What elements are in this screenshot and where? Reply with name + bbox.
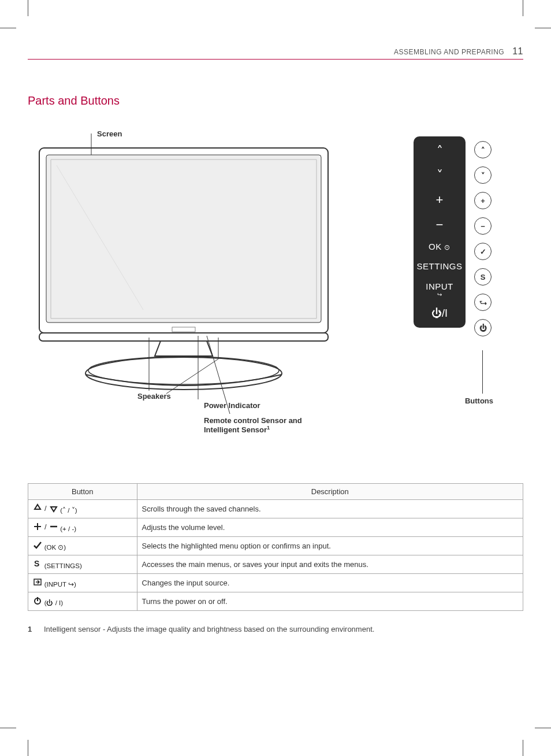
settings-icon: S — [33, 559, 42, 568]
button-settings[interactable]: S — [474, 268, 492, 286]
panel-settings-label: SETTINGS — [416, 262, 462, 272]
table-row: / (+ / -) Adjusts the volume level. — [28, 518, 523, 537]
svg-rect-3 — [172, 327, 195, 332]
page-header: ASSEMBLING AND PREPARING 11 — [28, 46, 523, 60]
panel-minus-icon: − — [436, 218, 444, 232]
tv-side-panel: ˄ ˅ + − OK ⊙ SETTINGS INPUT ↪ ⏻/I — [414, 136, 466, 328]
panel-down-icon: ˅ — [437, 169, 443, 183]
desc-cell: Scrolls through the saved channels. — [137, 500, 523, 518]
physical-buttons-column: ˄ ˅ + − ✓ S ⮑ ⏻ — [474, 141, 492, 336]
updown-icon: / — [33, 503, 58, 513]
buttons-table: Button Description / (˄ / ˅) Scrolls thr… — [28, 483, 523, 611]
svg-line-10 — [166, 359, 218, 394]
table-row: / (˄ / ˅) Scrolls through the saved chan… — [28, 500, 523, 518]
desc-cell: Selects the highlighted menu option or c… — [137, 537, 523, 555]
button-up[interactable]: ˄ — [474, 141, 492, 158]
input-icon — [33, 577, 42, 587]
table-row: S (SETTINGS) Accesses the main menus, or… — [28, 555, 523, 574]
panel-ok-label: OK ⊙ — [429, 242, 451, 252]
desc-cell: Accesses the main menus, or saves your i… — [137, 555, 523, 574]
button-minus[interactable]: − — [474, 217, 492, 235]
button-ok[interactable]: ✓ — [474, 243, 492, 260]
plusminus-icon: / — [33, 522, 58, 531]
desc-cell: Changes the input source. — [137, 574, 523, 592]
button-plus[interactable]: + — [474, 192, 492, 209]
table-row: (⏻ / I) Turns the power on or off. — [28, 592, 523, 611]
svg-text:S: S — [34, 559, 39, 568]
footnote: 1 Intelligent sensor - Adjusts the image… — [28, 625, 523, 633]
label-speakers: Speakers — [137, 392, 171, 401]
table-row: (OK ⊙) Selects the highlighted menu opti… — [28, 537, 523, 555]
section-title: Parts and Buttons — [28, 94, 523, 108]
ok-icon — [33, 540, 42, 550]
desc-cell: Turns the power on or off. — [137, 592, 523, 611]
button-power[interactable]: ⏻ — [474, 319, 492, 336]
label-screen: Screen — [97, 129, 122, 138]
svg-rect-4 — [39, 333, 328, 341]
col-description: Description — [137, 484, 523, 500]
col-button: Button — [28, 484, 137, 500]
svg-rect-1 — [46, 155, 321, 323]
footnote-number: 1 — [28, 625, 36, 633]
panel-plus-icon: + — [436, 193, 444, 207]
footnote-text: Intelligent sensor - Adjusts the image q… — [44, 625, 374, 633]
header-section: ASSEMBLING AND PREPARING — [394, 48, 504, 56]
tv-diagram: Screen Speakers Power Indicator Remote c… — [28, 131, 523, 454]
button-down[interactable]: ˅ — [474, 166, 492, 184]
panel-power-icon: ⏻/I — [431, 308, 448, 320]
label-power-indicator: Power Indicator — [204, 401, 260, 410]
desc-cell: Adjusts the volume level. — [137, 518, 523, 537]
tv-illustration — [28, 131, 351, 431]
power-icon — [33, 596, 42, 605]
label-buttons: Buttons — [465, 396, 493, 405]
table-row: (INPUT ↪) Changes the input source. — [28, 574, 523, 592]
panel-up-icon: ˄ — [437, 144, 443, 158]
button-input[interactable]: ⮑ — [474, 294, 492, 311]
label-remote-sensor: Remote control Sensor and Intelligent Se… — [204, 416, 319, 434]
page-number: 11 — [512, 46, 523, 57]
panel-input-label: INPUT ↪ — [426, 282, 453, 298]
